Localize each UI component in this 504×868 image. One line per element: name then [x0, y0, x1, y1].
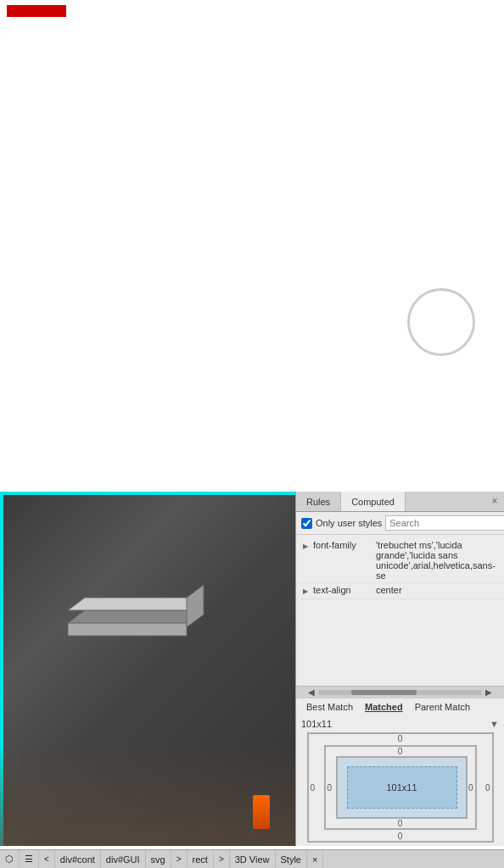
close-panel-button[interactable]: ×: [489, 495, 501, 507]
prop-value-text-align: center: [376, 585, 499, 595]
viewport-background: [0, 492, 295, 846]
status-close-button[interactable]: ×: [307, 850, 323, 868]
forward-button-2[interactable]: >: [214, 850, 230, 868]
back-arrow-icon: <: [44, 854, 49, 864]
box-model-dimensions-label: 101x11: [301, 719, 332, 729]
margin-right-label: 0: [485, 783, 490, 793]
red-bar: [7, 5, 66, 17]
search-input[interactable]: [385, 515, 504, 531]
view-3d-button[interactable]: 3D View: [230, 850, 276, 868]
only-user-styles-label: Only user styles: [316, 518, 382, 528]
match-tabs: Best Match Matched Parent Match: [296, 698, 504, 715]
breadcrumb-2[interactable]: div#GUI: [101, 850, 146, 868]
border-left-label: 0: [328, 783, 333, 793]
svg-marker-2: [68, 598, 204, 610]
svg-marker-3: [187, 585, 204, 627]
box-model-close-button[interactable]: ▼: [490, 719, 499, 729]
box-model-diagram: 0 0 0 0 0 0 0 0 0 0 0 0 101x11: [307, 732, 494, 843]
3d-box: [51, 572, 238, 640]
horizontal-scrollbar[interactable]: ◀ ▶: [296, 686, 504, 698]
prop-expander-font-family[interactable]: ▶: [301, 540, 310, 552]
breadcrumb-3[interactable]: svg: [146, 850, 171, 868]
viewport-border-top: [0, 492, 295, 495]
forward-button[interactable]: >: [171, 850, 188, 868]
prop-expander-text-align[interactable]: ▶: [301, 585, 310, 597]
prop-name-text-align: text-align: [313, 585, 372, 595]
box-model-title: 101x11 ▼: [301, 719, 499, 729]
content-size-label: 101x11: [386, 782, 417, 793]
prop-value-font-family: 'trebuchet ms','lucida grande','lucida s…: [376, 540, 499, 581]
box-model-content: 101x11: [347, 766, 457, 809]
scrollbar-thumb[interactable]: [351, 690, 417, 695]
match-tab-best[interactable]: Best Match: [301, 701, 358, 713]
style-button[interactable]: Style: [276, 850, 307, 868]
box-model-section: 101x11 ▼ 0 0 0 0 0 0 0 0 0 0: [296, 715, 504, 846]
layout-button[interactable]: ☰: [20, 850, 39, 868]
tab-rules[interactable]: Rules: [296, 492, 341, 511]
border-top-label: 0: [398, 747, 403, 756]
tab-bar: Rules Computed ×: [296, 492, 504, 512]
inspector-toggle-button[interactable]: ⬡: [0, 850, 20, 868]
scrollbar-right-arrow[interactable]: ▶: [485, 687, 492, 697]
prop-row-font-family: ▶ font-family 'trebuchet ms','lucida gra…: [296, 538, 504, 583]
forward-arrow-icon: >: [176, 854, 182, 864]
svg-marker-0: [68, 610, 204, 623]
layout-icon: ☰: [25, 854, 33, 865]
match-tab-matched[interactable]: Matched: [360, 701, 408, 713]
border-right-label: 0: [468, 783, 473, 793]
forward-arrow-2-icon: >: [219, 854, 224, 864]
tab-computed[interactable]: Computed: [341, 492, 406, 511]
scrollbar-track: [318, 690, 482, 695]
top-area: [0, 0, 504, 492]
only-user-styles-checkbox[interactable]: [301, 518, 312, 529]
margin-top-label: 0: [398, 734, 403, 743]
scrollbar-left-arrow[interactable]: ◀: [308, 687, 315, 697]
rect-label[interactable]: rect: [188, 850, 214, 868]
prop-row-text-align: ▶ text-align center: [296, 583, 504, 599]
inspector-panel: Rules Computed × Only user styles 🔍 ▶ fo…: [295, 492, 504, 846]
match-tab-parent[interactable]: Parent Match: [410, 701, 475, 713]
prop-name-font-family: font-family: [313, 540, 372, 550]
loading-circle: [407, 288, 475, 356]
viewport-area: [0, 492, 295, 846]
margin-left-label: 0: [311, 783, 316, 793]
filter-row: Only user styles 🔍: [296, 512, 504, 535]
back-button[interactable]: <: [39, 850, 55, 868]
border-bottom-label: 0: [398, 819, 403, 828]
svg-marker-1: [68, 623, 187, 636]
breadcrumb-1[interactable]: div#cont: [55, 850, 101, 868]
status-bar: ⬡ ☰ < div#cont div#GUI svg > rect > 3D V…: [0, 849, 504, 868]
properties-list: ▶ font-family 'trebuchet ms','lucida gra…: [296, 535, 504, 686]
margin-bottom-label: 0: [398, 832, 403, 841]
inspector-icon: ⬡: [5, 854, 14, 865]
